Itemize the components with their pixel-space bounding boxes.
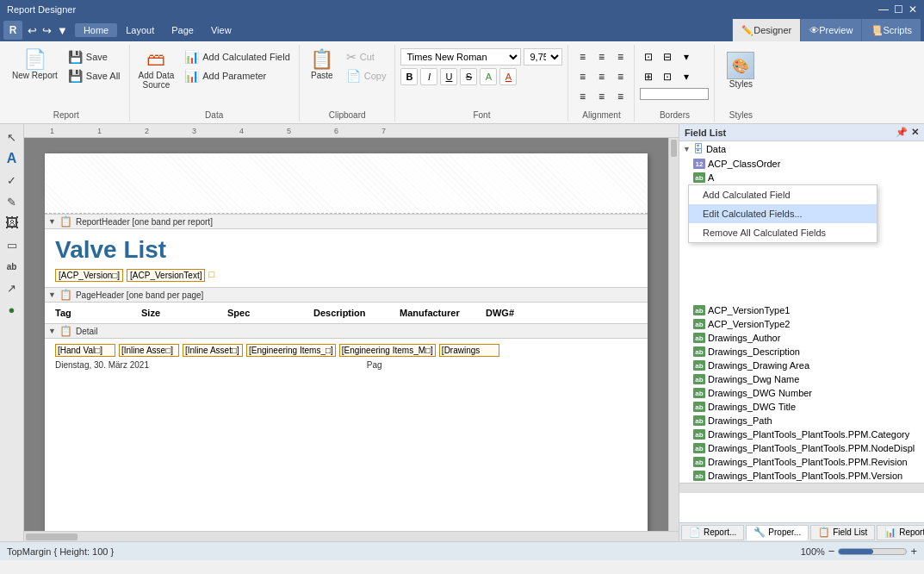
tab-view[interactable]: View bbox=[202, 23, 240, 37]
fl-item-drawings-ppm-nodedispl[interactable]: ab Drawings_PlantTools_PlantTools.PPM.No… bbox=[679, 441, 924, 455]
paste-button[interactable]: 📋 Paste bbox=[305, 48, 339, 82]
line-tool-button[interactable]: ↗ bbox=[3, 278, 22, 297]
select-tool-button[interactable]: ↖ bbox=[3, 128, 22, 147]
fl-item-drawings-ppm-revision[interactable]: ab Drawings_PlantTools_PlantTools.PPM.Re… bbox=[679, 455, 924, 469]
save-button[interactable]: 💾 Save bbox=[65, 48, 124, 66]
align-top-right-button[interactable]: ≡ bbox=[611, 48, 629, 66]
fl-item-drawings-description[interactable]: ab Drawings_Description bbox=[679, 345, 924, 359]
close-button[interactable]: ✕ bbox=[908, 3, 917, 16]
align-bottom-left-button[interactable]: ≡ bbox=[574, 88, 591, 105]
canvas-scroll-area[interactable]: ▼ 📋 ReportHeader [one band per report] V… bbox=[24, 138, 668, 531]
collapse-arrow-det[interactable]: ▼ bbox=[48, 327, 56, 335]
vertical-scrollbar[interactable] bbox=[668, 138, 679, 531]
add-calculated-field-button[interactable]: 📊 Add Calculated Field bbox=[181, 48, 294, 66]
underline-button[interactable]: U bbox=[440, 68, 457, 85]
align-bottom-right-button[interactable]: ≡ bbox=[611, 88, 629, 105]
horizontal-scrollbar[interactable] bbox=[24, 531, 679, 541]
fl-item-drawings-dwgname[interactable]: ab Drawings_Dwg Name bbox=[679, 372, 924, 386]
detail-field-4[interactable]: [Engineering Items_□] bbox=[246, 344, 336, 357]
ctx-edit-calculated-fields[interactable]: Edit Calculated Fields... bbox=[689, 204, 877, 223]
fl-item-drawings-dwgnumber[interactable]: ab Drawings_DWG Number bbox=[679, 386, 924, 400]
field-tool-button[interactable]: ab bbox=[3, 257, 22, 276]
highlight-button[interactable]: A bbox=[480, 68, 497, 85]
add-data-source-button[interactable]: 🗃 Add DataSource bbox=[135, 48, 178, 91]
undo-button[interactable]: ↩ bbox=[26, 24, 39, 37]
border-color-button[interactable]: ▾ bbox=[678, 48, 695, 66]
align-top-left-button[interactable]: ≡ bbox=[574, 48, 591, 66]
detail-field-3[interactable]: [Inline Asset□] bbox=[183, 344, 243, 357]
bottom-tab-proper[interactable]: 🔧 Proper... bbox=[746, 525, 809, 540]
edit-tool-button[interactable]: ✎ bbox=[3, 192, 22, 211]
strikethrough-button[interactable]: S bbox=[460, 68, 477, 85]
circle-tool-button[interactable]: ● bbox=[3, 300, 22, 319]
fl-item-a1[interactable]: ab A bbox=[679, 171, 924, 184]
styles-button[interactable]: 🎨 Styles bbox=[720, 48, 761, 92]
italic-button[interactable]: I bbox=[420, 68, 437, 85]
border-right-button[interactable]: ⊡ bbox=[659, 68, 676, 85]
border-left-button[interactable]: ⊞ bbox=[640, 68, 657, 85]
bottom-tab-report1[interactable]: 📄 Report... bbox=[681, 525, 744, 540]
fl-item-acp-classorder[interactable]: 12 ACP_ClassOrder bbox=[679, 157, 924, 171]
align-middle-right-button[interactable]: ≡ bbox=[611, 68, 629, 85]
add-parameter-button[interactable]: 📊 Add Parameter bbox=[181, 67, 294, 84]
bold-button[interactable]: B bbox=[400, 68, 418, 85]
tab-home[interactable]: Home bbox=[75, 23, 117, 37]
font-name-select[interactable]: Times New Roman bbox=[400, 48, 521, 66]
zoom-slider[interactable] bbox=[838, 548, 907, 555]
tab-layout[interactable]: Layout bbox=[117, 23, 163, 37]
scripts-tab[interactable]: 📜 Scripts bbox=[861, 19, 921, 41]
field-list-content[interactable]: ▼ 🗄 Data 12 ACP_ClassOrder ab A ab A ab bbox=[679, 141, 924, 522]
new-report-button[interactable]: 📄 New Report bbox=[9, 48, 61, 82]
preview-tab[interactable]: 👁 Preview bbox=[800, 19, 861, 41]
text-tool-button[interactable]: A bbox=[3, 149, 22, 168]
copy-button[interactable]: 📄 Copy bbox=[343, 67, 390, 84]
redo-button[interactable]: ↪ bbox=[40, 24, 53, 37]
image-tool-button[interactable]: 🖼 bbox=[3, 214, 22, 233]
zoom-plus-button[interactable]: + bbox=[910, 545, 917, 558]
designer-tab[interactable]: ✏️ Designer bbox=[732, 19, 800, 41]
pin-button[interactable]: 📌 bbox=[896, 127, 908, 138]
ctx-add-calculated-field[interactable]: Add Calculated Field bbox=[689, 185, 877, 204]
fl-item-acp-versiontype2[interactable]: ab ACP_VersionType2 bbox=[679, 317, 924, 331]
ctx-remove-all-calculated-fields[interactable]: Remove All Calculated Fields bbox=[689, 223, 877, 242]
fl-item-drawings-ppm-category[interactable]: ab Drawings_PlantTools_PlantTools.PPM.Ca… bbox=[679, 427, 924, 441]
font-color-button[interactable]: A bbox=[499, 68, 517, 85]
quick-access-dropdown[interactable]: ▼ bbox=[55, 24, 70, 37]
version-field-1[interactable]: [ACP_Version□] bbox=[55, 269, 123, 282]
font-size-select[interactable]: 9,75 bbox=[524, 48, 562, 66]
zoom-minus-button[interactable]: − bbox=[828, 545, 835, 558]
align-middle-left-button[interactable]: ≡ bbox=[574, 68, 591, 85]
fl-item-drawings-area[interactable]: ab Drawings_Drawing Area bbox=[679, 359, 924, 372]
maximize-button[interactable]: ☐ bbox=[894, 3, 903, 16]
version-field-2[interactable]: [ACP_VersionText] bbox=[127, 269, 205, 282]
detail-field-6[interactable]: [Drawings bbox=[439, 344, 499, 357]
border-top-button[interactable]: ⊡ bbox=[640, 48, 657, 66]
minimize-button[interactable]: — bbox=[878, 3, 889, 16]
align-top-center-button[interactable]: ≡ bbox=[592, 48, 610, 66]
checkbox-tool-button[interactable]: ✓ bbox=[3, 171, 22, 190]
fl-scrollbar-h[interactable] bbox=[679, 483, 924, 493]
shape-tool-button[interactable]: ▭ bbox=[3, 235, 22, 254]
fl-item-drawings-dwgtitle[interactable]: ab Drawings_DWG Title bbox=[679, 400, 924, 414]
border-style-button[interactable]: ▾ bbox=[678, 68, 695, 85]
detail-field-1[interactable]: [Hand Val□] bbox=[55, 344, 115, 357]
collapse-arrow-ph[interactable]: ▼ bbox=[48, 290, 56, 299]
align-middle-center-button[interactable]: ≡ bbox=[592, 68, 610, 85]
cut-button[interactable]: ✂ Cut bbox=[343, 48, 390, 66]
fl-item-drawings-author[interactable]: ab Drawings_Author bbox=[679, 331, 924, 345]
fl-item-drawings-path[interactable]: ab Drawings_Path bbox=[679, 414, 924, 427]
fl-item-acp-versiontype1[interactable]: ab ACP_VersionType1 bbox=[679, 303, 924, 317]
fl-root-data[interactable]: ▼ 🗄 Data bbox=[679, 141, 924, 157]
bottom-tab-report2[interactable]: 📊 Report... bbox=[877, 525, 924, 540]
close-field-list-button[interactable]: ✕ bbox=[911, 127, 919, 138]
save-all-button[interactable]: 💾 Save All bbox=[65, 67, 124, 84]
border-middle-button[interactable]: ⊟ bbox=[659, 48, 676, 66]
bottom-tab-fieldlist[interactable]: 📋 Field List bbox=[810, 525, 875, 540]
fl-item-drawings-ppm-version[interactable]: ab Drawings_PlantTools_PlantTools.PPM.Ve… bbox=[679, 469, 924, 483]
tab-page[interactable]: Page bbox=[163, 23, 202, 37]
align-bottom-center-button[interactable]: ≡ bbox=[592, 88, 610, 105]
detail-field-2[interactable]: [Inline Asse□] bbox=[119, 344, 179, 357]
detail-field-5[interactable]: [Engineering Items_M□] bbox=[339, 344, 436, 357]
window-controls[interactable]: — ☐ ✕ bbox=[878, 3, 917, 16]
collapse-arrow[interactable]: ▼ bbox=[48, 217, 56, 226]
